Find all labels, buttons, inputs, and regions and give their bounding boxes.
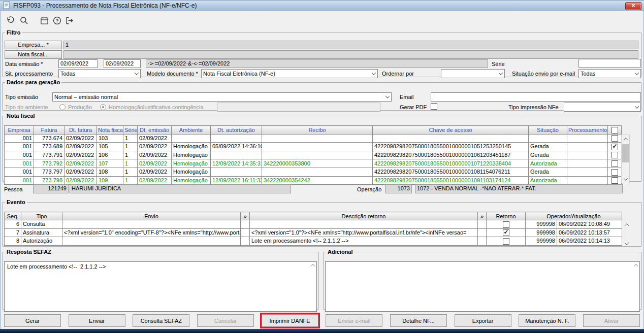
row-select-checkbox[interactable] <box>611 152 618 158</box>
nf-col-dt_fatura[interactable]: Dt. fatura <box>65 126 97 135</box>
nf-cell-dt_fatura[interactable]: 02/09/2022 <box>65 159 97 168</box>
nf-cell-recibo[interactable]: 342220000353800 <box>262 159 373 168</box>
nf-cell-processamento[interactable] <box>567 168 608 176</box>
select-all-checkbox[interactable] <box>611 127 618 134</box>
nf-cell-recibo[interactable]: 342220000354242 <box>262 176 373 185</box>
exit-icon[interactable] <box>63 15 75 26</box>
nf-cell-ambiente[interactable]: Homologação <box>172 176 211 185</box>
situacao-envio-select[interactable]: Todas <box>578 69 641 78</box>
ev-cell-retorno[interactable] <box>487 220 526 229</box>
nf-cell-situacao[interactable]: Gerada <box>529 143 567 151</box>
nf-cell-empresa[interactable]: 001 <box>5 151 34 159</box>
tipo-emissao-select[interactable]: Normal – emissão normal <box>52 92 392 102</box>
ev-cell-envio[interactable] <box>62 220 241 229</box>
nf-cell-empresa[interactable]: 001 <box>5 168 34 176</box>
nf-col-recibo[interactable]: Recibo <box>262 126 373 135</box>
nf-col-dt_emissao[interactable]: Dt. emissão <box>138 126 172 135</box>
email-input[interactable] <box>431 92 641 102</box>
data-emissao-ate-input[interactable]: 02/09/2022 <box>104 59 141 68</box>
expand-envio-button[interactable] <box>241 237 250 246</box>
scroll-up-icon[interactable] <box>311 263 315 268</box>
nf-cell-processamento[interactable] <box>567 151 608 159</box>
nf-cell-dt_fatura[interactable]: 02/09/2022 <box>65 151 97 159</box>
nf-col-chave_acesso[interactable]: Chave de acesso <box>373 126 529 135</box>
nf-cell-fatura[interactable]: 773.689 <box>34 143 65 151</box>
nota-fiscal-button[interactable]: Nota fiscal... <box>5 50 62 59</box>
nf-cell-serie[interactable]: 1 <box>123 168 138 176</box>
nf-cell-select[interactable] <box>608 176 622 185</box>
nf-col-serie[interactable]: Série <box>123 126 138 135</box>
row-select-checkbox[interactable] <box>611 169 618 176</box>
ev-cell-retorno[interactable] <box>487 237 526 246</box>
enviar-button[interactable]: Enviar <box>69 314 125 327</box>
tipo-impressao-select[interactable] <box>564 103 641 112</box>
nota-fiscal-scrollbar[interactable] <box>621 135 630 183</box>
row-select-checkbox[interactable] <box>611 160 618 167</box>
search-icon[interactable] <box>18 15 29 26</box>
adicional-textarea[interactable] <box>325 261 640 312</box>
nf-cell-select[interactable] <box>608 168 622 176</box>
calendar-icon[interactable] <box>39 15 50 26</box>
nf-cell-recibo[interactable] <box>262 168 373 176</box>
nf-cell-situacao[interactable]: Autorizada <box>529 159 567 168</box>
nota-fiscal-row[interactable]: 001773.67402/09/2022103102/09/2022 <box>5 134 622 143</box>
nf-col-situacao[interactable]: Situação <box>529 126 567 135</box>
gerar-button[interactable]: Gerar <box>4 314 61 327</box>
scroll-up-icon[interactable] <box>634 263 638 268</box>
nf-cell-ambiente[interactable] <box>172 134 211 143</box>
nota-fiscal-row[interactable]: 001773.79702/09/2022108102/09/2022Homolo… <box>5 168 622 176</box>
nf-cell-situacao[interactable]: Gerada <box>529 151 567 159</box>
evento-row[interactable]: 7Assinatura<?xml version="1.0" encoding=… <box>5 228 622 237</box>
nf-cell-dt_emissao[interactable]: 02/09/2022 <box>138 134 172 143</box>
nf-cell-chave_acesso[interactable]: 4222098298207500018055001000000106120345… <box>373 151 529 159</box>
close-button[interactable]: × <box>625 2 641 10</box>
nf-cell-ambiente[interactable]: Homologação <box>172 151 211 159</box>
nf-cell-processamento[interactable] <box>567 159 608 168</box>
ev-col-retorno[interactable]: Retorno <box>487 212 526 220</box>
homologacao-radio[interactable] <box>100 104 106 110</box>
nf-col-ambiente[interactable]: Ambiente <box>172 126 211 135</box>
nf-cell-recibo[interactable] <box>262 143 373 151</box>
nf-cell-dt_emissao[interactable]: 02/09/2022 <box>138 168 172 176</box>
nf-cell-situacao[interactable] <box>529 134 567 143</box>
exportar-button[interactable]: Exportar <box>455 314 511 327</box>
serie-input[interactable] <box>578 59 641 68</box>
gerar-pdf-checkbox[interactable] <box>431 103 437 110</box>
nf-cell-dt_emissao[interactable]: 02/09/2022 <box>138 143 172 151</box>
nf-cell-situacao[interactable]: Gerada <box>529 168 567 176</box>
ev-cell-seq[interactable]: 8 <box>5 237 21 246</box>
nf-cell-situacao[interactable]: Autorizada <box>529 176 567 185</box>
evento-row[interactable]: 8AutorizaçãoLote em processamento <!-- 2… <box>5 237 622 246</box>
nf-cell-fatura[interactable]: 773.791 <box>34 151 65 159</box>
nf-cell-empresa[interactable]: 001 <box>5 143 34 151</box>
retorno-checkbox[interactable] <box>503 229 509 236</box>
nf-cell-nota_fiscal[interactable]: 109 <box>97 176 123 185</box>
detalhe-nf-button[interactable]: Detalhe NF... <box>390 314 447 327</box>
scroll-down-icon[interactable] <box>623 240 630 247</box>
data-emissao-de-input[interactable]: 02/09/2022 <box>58 59 98 68</box>
nf-col-dt_autorizacao[interactable]: Dt. autorização <box>211 126 262 135</box>
nf-cell-select[interactable] <box>608 151 622 159</box>
nf-cell-dt_autorizacao[interactable]: 12/09/2022 14:35:31 <box>211 159 262 168</box>
nf-cell-select[interactable] <box>608 143 622 151</box>
ev-cell-tipo[interactable]: Autorização <box>21 237 62 246</box>
ev-cell-descricao[interactable]: <?xml version="1.0"?><NFe xmlns="http://… <box>250 228 478 237</box>
scroll-down-icon[interactable] <box>622 175 629 183</box>
nf-cell-empresa[interactable]: 001 <box>5 176 34 185</box>
scroll-up-icon[interactable] <box>623 221 630 228</box>
nf-cell-processamento[interactable] <box>567 143 608 151</box>
nf-cell-nota_fiscal[interactable]: 108 <box>97 168 123 176</box>
ev-col-operador[interactable]: Operador/Atualização <box>526 212 622 220</box>
ev-cell-envio[interactable]: <?xml version="1.0" encoding="UTF-8"?><N… <box>62 228 241 237</box>
modelo-documento-select[interactable]: Nota Fiscal Eletrônica (NF-e) <box>201 69 378 78</box>
nf-cell-chave_acesso[interactable] <box>373 134 529 143</box>
nf-cell-nota_fiscal[interactable]: 107 <box>97 159 123 168</box>
help-icon[interactable]: ? <box>51 15 62 26</box>
nf-cell-dt_fatura[interactable]: 02/09/2022 <box>65 168 97 176</box>
nf-cell-serie[interactable]: 1 <box>123 151 138 159</box>
nf-cell-ambiente[interactable]: Homologação <box>172 159 211 168</box>
nf-cell-dt_autorizacao[interactable]: 05/09/2022 14:36:10 <box>211 143 262 151</box>
nf-cell-serie[interactable]: 1 <box>123 159 138 168</box>
nf-cell-processamento[interactable] <box>567 134 608 143</box>
nf-cell-select[interactable] <box>608 159 622 168</box>
